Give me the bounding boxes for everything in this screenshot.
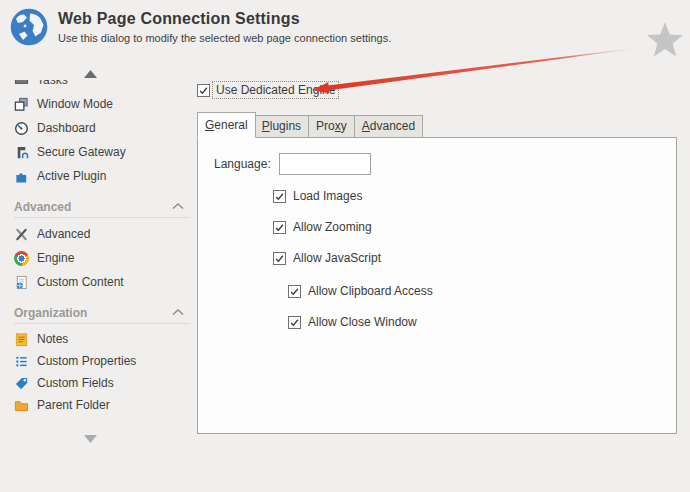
tab-general[interactable]: General	[197, 112, 256, 138]
sidebar-section-label: Advanced	[14, 200, 71, 214]
option-label: Allow Close Window	[308, 315, 417, 329]
sidebar-item-window-mode[interactable]: Window Mode	[0, 92, 197, 116]
option-label: Allow Clipboard Access	[308, 284, 433, 298]
sidebar-section-organization[interactable]: Organization	[14, 303, 189, 324]
window-mode-icon	[14, 97, 29, 112]
use-dedicated-engine-checkbox[interactable]	[197, 84, 210, 97]
parent-folder-icon	[14, 398, 29, 413]
allow-clipboard-access-checkbox[interactable]	[288, 285, 301, 298]
use-dedicated-engine-row: Use Dedicated Engine	[197, 82, 338, 98]
sidebar-item-label: Custom Fields	[37, 376, 114, 390]
tab-proxy[interactable]: Proxy	[309, 115, 355, 138]
option-label: Allow Zooming	[293, 220, 372, 234]
tab-plugins[interactable]: Plugins	[255, 115, 309, 138]
sidebar-item-cutoff: Tasks	[0, 80, 197, 92]
sidebar-item-label: Custom Content	[37, 275, 124, 289]
option-row-allow-close-window: Allow Close Window	[288, 315, 417, 329]
sidebar-section-label: Organization	[14, 306, 87, 320]
sidebar-item-tasks[interactable]: Tasks	[0, 80, 197, 92]
option-label: Allow JavaScript	[293, 251, 381, 265]
sidebar-item-custom-properties[interactable]: Custom Properties	[0, 350, 197, 372]
sidebar-item-label: Advanced	[37, 227, 90, 241]
chevron-up-icon	[171, 200, 185, 215]
sidebar-item-list: TasksWindow ModeDashboardSecure GatewayA…	[0, 80, 197, 416]
sidebar-item-dashboard[interactable]: Dashboard	[0, 116, 197, 140]
option-row-allow-clipboard-access: Allow Clipboard Access	[288, 284, 433, 298]
option-row-allow-javascript: Allow JavaScript	[273, 251, 381, 265]
sidebar-item-label: Parent Folder	[37, 398, 110, 412]
active-plugin-icon	[14, 169, 29, 184]
custom-fields-icon	[14, 376, 29, 391]
scroll-up-icon[interactable]	[84, 70, 97, 78]
language-row: Language:	[214, 153, 371, 175]
sidebar-item-label: Custom Properties	[37, 354, 136, 368]
sidebar-item-label: Dashboard	[37, 121, 96, 135]
sidebar-item-label: Secure Gateway	[37, 145, 126, 159]
scroll-down-icon[interactable]	[84, 435, 97, 443]
sidebar-item-notes[interactable]: Notes	[0, 328, 197, 350]
custom-properties-icon	[14, 354, 29, 369]
allow-close-window-checkbox[interactable]	[288, 316, 301, 329]
sidebar-item-label: Engine	[37, 251, 74, 265]
sidebar-item-label: Active Plugin	[37, 169, 106, 183]
sidebar-item-advanced[interactable]: Advanced	[0, 222, 197, 246]
chevron-up-icon	[171, 306, 185, 321]
general-tab-panel: Language: Load ImagesAllow ZoomingAllow …	[197, 137, 677, 434]
sidebar-item-engine[interactable]: Engine	[0, 246, 197, 270]
sidebar-item-active-plugin[interactable]: Active Plugin	[0, 164, 197, 188]
allow-javascript-checkbox[interactable]	[273, 252, 286, 265]
sidebar-item-custom-fields[interactable]: Custom Fields	[0, 372, 197, 394]
engine-icon	[14, 251, 29, 266]
notes-icon	[14, 332, 29, 347]
language-label: Language:	[214, 157, 271, 171]
load-images-checkbox[interactable]	[273, 190, 286, 203]
option-row-allow-zooming: Allow Zooming	[273, 220, 372, 234]
tab-strip: GeneralPluginsProxyAdvanced	[197, 112, 423, 138]
option-row-load-images: Load Images	[273, 189, 362, 203]
globe-icon	[10, 8, 48, 46]
option-label: Load Images	[293, 189, 362, 203]
sidebar-item-custom-content[interactable]: Custom Content	[0, 270, 197, 294]
sidebar-item-secure-gateway[interactable]: Secure Gateway	[0, 140, 197, 164]
advanced-tools-icon	[14, 227, 29, 242]
custom-content-icon	[14, 275, 29, 290]
web-page-connection-settings-dialog: Web Page Connection Settings Use this di…	[0, 0, 690, 492]
tab-advanced[interactable]: Advanced	[355, 115, 423, 138]
sidebar-item-label: Notes	[37, 332, 68, 346]
allow-zooming-checkbox[interactable]	[273, 221, 286, 234]
sidebar: TasksWindow ModeDashboardSecure GatewayA…	[0, 64, 197, 492]
sidebar-item-parent-folder[interactable]: Parent Folder	[0, 394, 197, 416]
sidebar-section-advanced[interactable]: Advanced	[14, 197, 189, 218]
tasks-icon	[14, 80, 29, 88]
use-dedicated-engine-label[interactable]: Use Dedicated Engine	[213, 82, 338, 98]
sidebar-item-label: Tasks	[37, 80, 68, 87]
dashboard-icon	[14, 121, 29, 136]
language-input[interactable]	[279, 153, 371, 175]
sidebar-item-label: Window Mode	[37, 97, 113, 111]
main-content: Use Dedicated Engine GeneralPluginsProxy…	[197, 0, 679, 492]
secure-gateway-icon	[14, 145, 29, 160]
